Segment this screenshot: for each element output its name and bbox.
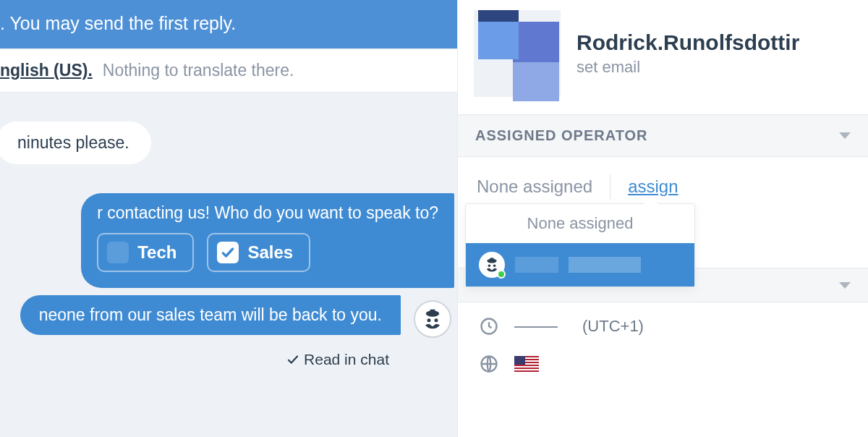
side-panel: Rodrick.Runolfsdottir set email ASSIGNED… xyxy=(457,0,868,437)
profile-text: Rodrick.Runolfsdottir set email xyxy=(576,30,799,77)
chevron-down-icon xyxy=(839,132,851,139)
profile-name: Rodrick.Runolfsdottir xyxy=(576,30,799,55)
svg-point-2 xyxy=(427,318,431,322)
profile-avatar xyxy=(474,10,561,97)
first-reply-banner: . You may send the first reply. xyxy=(0,0,457,48)
assign-dropdown: None assigned xyxy=(465,203,695,287)
assignment-status: None assigned xyxy=(477,177,592,197)
globe-icon xyxy=(477,354,501,374)
timezone-blank xyxy=(514,325,558,328)
operator-name-placeholder xyxy=(515,257,558,273)
svg-point-6 xyxy=(488,264,491,267)
bot-message-group: r contacting us! Who do you want to spea… xyxy=(0,193,457,368)
read-indicator: Read in chat xyxy=(286,351,454,368)
dropdown-operator-option[interactable] xyxy=(466,243,694,287)
presence-online-icon xyxy=(497,270,506,279)
clock-icon xyxy=(477,316,501,336)
svg-point-7 xyxy=(493,264,496,267)
assigned-operator-header[interactable]: ASSIGNED OPERATOR xyxy=(458,114,868,157)
timezone-value: (UTC+1) xyxy=(582,317,644,336)
checkbox-checked-icon xyxy=(217,242,239,263)
operator-name-placeholder xyxy=(569,257,641,273)
bot-reply-row: neone from our sales team will be back t… xyxy=(20,295,454,342)
user-message-text: ninutes please. xyxy=(17,133,129,152)
read-indicator-text: Read in chat xyxy=(304,351,389,368)
user-message: ninutes please. xyxy=(0,122,151,164)
bot-face-icon xyxy=(420,308,445,330)
profile-header: Rodrick.Runolfsdottir set email xyxy=(458,0,868,114)
choice-label: Sales xyxy=(247,242,293,263)
set-email-link[interactable]: set email xyxy=(576,58,799,77)
info-row-timezone: (UTC+1) xyxy=(477,307,849,345)
assignment-row: None assigned assign None assigned xyxy=(458,157,868,213)
choice-label: Tech xyxy=(137,242,176,263)
info-row-locale xyxy=(477,345,849,383)
us-flag-icon xyxy=(514,356,539,372)
svg-point-3 xyxy=(435,318,438,322)
check-icon xyxy=(286,353,299,366)
separator xyxy=(610,174,610,199)
language-note: Nothing to translate there. xyxy=(103,61,294,80)
chevron-down-icon xyxy=(839,282,851,289)
language-selector[interactable]: nglish (US). xyxy=(0,61,93,80)
choice-sales[interactable]: Sales xyxy=(207,233,310,272)
operator-avatar xyxy=(479,252,505,278)
dropdown-none-option[interactable]: None assigned xyxy=(466,204,694,243)
checkbox-icon xyxy=(107,242,129,263)
bot-avatar xyxy=(414,300,451,338)
chat-panel: . You may send the first reply. nglish (… xyxy=(0,0,457,437)
section-title: ASSIGNED OPERATOR xyxy=(475,127,648,144)
bot-reply-text: neone from our sales team will be back t… xyxy=(39,305,382,324)
assign-link[interactable]: assign xyxy=(628,177,678,197)
banner-text: . You may send the first reply. xyxy=(0,13,236,33)
bot-question-text: r contacting us! Who do you want to spea… xyxy=(97,203,438,223)
svg-rect-1 xyxy=(430,309,435,313)
bot-reply-bubble: neone from our sales team will be back t… xyxy=(20,295,401,335)
language-bar: nglish (US). Nothing to translate there. xyxy=(0,48,457,93)
choice-row: Tech Sales xyxy=(97,233,438,272)
bot-choice-bubble: r contacting us! Who do you want to spea… xyxy=(81,193,454,288)
choice-tech[interactable]: Tech xyxy=(97,233,194,272)
svg-rect-5 xyxy=(490,258,494,260)
